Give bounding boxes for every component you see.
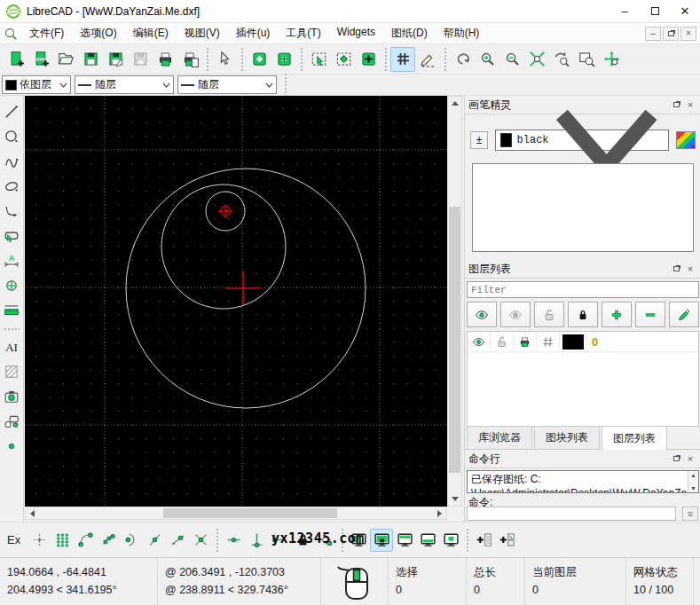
draft-mode-button[interactable] <box>415 47 440 72</box>
mdi-close-button[interactable]: × <box>680 27 696 41</box>
zoom-out-button[interactable] <box>499 47 524 72</box>
circle-tool-button[interactable] <box>1 126 22 147</box>
minimize-button[interactable]: – <box>610 0 640 22</box>
close-panel-button[interactable]: × <box>683 452 697 465</box>
mdi-minimize-button[interactable]: – <box>645 27 661 41</box>
pen-preview-list[interactable] <box>472 163 694 252</box>
menu-2[interactable]: 选项(O) <box>72 23 124 43</box>
dock-tab-inactive[interactable]: 图块列表 <box>534 426 600 449</box>
exclusive-snap-button[interactable]: Ex <box>5 533 28 546</box>
close-panel-button[interactable]: × <box>683 98 697 111</box>
maximize-button[interactable] <box>640 0 670 22</box>
deselect-all-button[interactable] <box>247 47 271 72</box>
dimension-tool-button[interactable]: A <box>1 250 22 271</box>
point-tool-button[interactable] <box>1 436 22 457</box>
scroll-up-button[interactable] <box>448 97 461 110</box>
menu-5[interactable]: 插件(u) <box>228 23 279 43</box>
zoom-pan-button[interactable] <box>599 47 624 72</box>
hatch-tool-button[interactable] <box>1 361 22 382</box>
vertical-scrollbar[interactable] <box>447 96 462 507</box>
image-tool-button[interactable] <box>1 386 22 407</box>
unlock-all-layers-button[interactable] <box>534 302 564 327</box>
zoom-window-button[interactable] <box>574 47 599 72</box>
float-panel-button[interactable] <box>669 98 683 111</box>
menu-9[interactable]: 帮助(H) <box>436 23 488 43</box>
file-save-button[interactable] <box>78 47 103 72</box>
remove-layer-button[interactable] <box>635 302 665 327</box>
line-tool-button[interactable] <box>1 101 22 122</box>
modify-layer-button[interactable] <box>669 302 699 327</box>
layer-attr-select[interactable]: 依图层 <box>2 75 71 94</box>
measure-tool-button[interactable] <box>1 300 22 321</box>
dock-floating-button[interactable] <box>439 529 462 552</box>
menu-3[interactable]: 编辑(E) <box>125 23 177 43</box>
restrict-vertical-button[interactable] <box>245 529 268 552</box>
layer-layer-print-toggle[interactable] <box>514 332 537 351</box>
command-input[interactable] <box>467 507 676 521</box>
snap-grid-button[interactable] <box>51 529 74 552</box>
pen-color-select[interactable]: black <box>495 130 669 151</box>
scroll-left-button[interactable] <box>26 507 39 519</box>
horizontal-scroll-thumb[interactable] <box>163 508 337 518</box>
select-contour-button[interactable] <box>356 47 381 72</box>
add-action-toolbar-button[interactable] <box>472 529 495 552</box>
dock-tab-active[interactable]: 图层列表 <box>602 426 667 450</box>
command-options-button[interactable]: ≡ <box>682 507 698 521</box>
snap-free-button[interactable] <box>28 529 51 552</box>
layer-construction-toggle[interactable] <box>537 332 560 351</box>
color-picker-button[interactable] <box>676 131 696 149</box>
zoom-in-button[interactable] <box>475 47 499 72</box>
snap-middle-button[interactable] <box>143 529 166 552</box>
hide-all-layers-button[interactable] <box>500 302 531 327</box>
float-panel-button[interactable] <box>669 452 683 465</box>
dock-tab-inactive[interactable]: 库浏览器 <box>467 426 532 449</box>
select-window-button[interactable] <box>306 47 331 72</box>
move-rotate-tool-button[interactable] <box>1 275 22 296</box>
menu-6[interactable]: 工具(T) <box>278 23 328 43</box>
line-width-select[interactable]: 随层 <box>75 75 174 94</box>
dock-bottom-button[interactable] <box>416 529 439 552</box>
close-button[interactable]: ✕ <box>670 0 700 22</box>
snap-distance-button[interactable] <box>166 529 189 552</box>
file-new-from-template-button[interactable] <box>28 47 53 72</box>
command-history-scrollbar[interactable]: ▲▼ <box>688 471 698 492</box>
horizontal-scrollbar[interactable] <box>25 507 447 520</box>
layer-eye-open-toggle[interactable] <box>468 332 491 351</box>
file-save-as-button[interactable] <box>103 47 128 72</box>
close-panel-button[interactable]: × <box>683 263 697 275</box>
menu-7[interactable]: Widgets <box>329 23 383 43</box>
block-tool-button[interactable] <box>1 411 22 432</box>
scroll-down-button[interactable] <box>448 492 461 506</box>
pen-apply-button[interactable]: ± <box>470 131 488 149</box>
layer-row[interactable]: 0 <box>468 332 698 352</box>
dock-right-button[interactable] <box>370 529 393 552</box>
restrict-nothing-button[interactable] <box>222 529 245 552</box>
lock-all-layers-button[interactable] <box>568 302 598 327</box>
snap-endpoint-button[interactable] <box>74 529 97 552</box>
file-save-all-button[interactable] <box>128 47 153 72</box>
print-button[interactable] <box>153 47 177 72</box>
text-tool-button[interactable]: AI <box>1 336 22 358</box>
spline-tool-button[interactable] <box>1 151 22 172</box>
add-custom-widget-button[interactable] <box>495 529 518 552</box>
print-preview-button[interactable] <box>177 47 202 72</box>
float-panel-button[interactable] <box>669 263 683 275</box>
menu-8[interactable]: 图纸(D) <box>383 23 436 43</box>
file-open-button[interactable] <box>53 47 78 72</box>
ellipse-tool-button[interactable] <box>1 176 22 197</box>
selection-pointer-button[interactable] <box>212 47 237 72</box>
layer-filter-input[interactable] <box>467 281 699 298</box>
deselect-window-button[interactable] <box>331 47 356 72</box>
snap-entity-button[interactable] <box>97 529 120 552</box>
undo-button[interactable] <box>450 47 475 72</box>
layer-lock-open-toggle[interactable] <box>491 332 514 351</box>
layer-color-swatch[interactable] <box>560 332 586 351</box>
zoom-auto-button[interactable] <box>524 47 549 72</box>
select-tool-button[interactable] <box>1 225 22 247</box>
dock-top-button[interactable] <box>393 529 416 552</box>
file-new-button[interactable] <box>4 47 28 72</box>
snap-center-button[interactable] <box>120 529 143 552</box>
line-type-select[interactable]: 随层 <box>177 75 277 94</box>
show-all-layers-button[interactable] <box>467 302 497 327</box>
select-all-button[interactable] <box>271 47 296 72</box>
